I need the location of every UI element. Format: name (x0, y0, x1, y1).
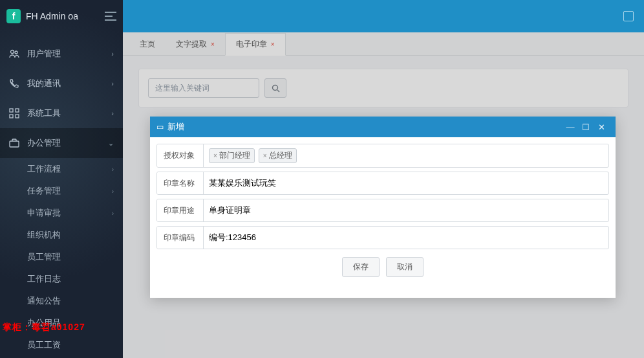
svg-rect-6 (10, 141, 19, 147)
grid-icon (9, 108, 19, 118)
modal-body: 授权对象 ×部门经理 ×总经理 印章名称 印章用途 印章编码 保存 取消 (150, 137, 616, 298)
subnav-item-notice[interactable]: 通知公告 (18, 290, 123, 312)
watermark-text: 掌柜：毒苕a01027 (3, 322, 85, 333)
seal-code-input[interactable] (209, 233, 603, 243)
briefcase-icon (9, 138, 19, 148)
tag-remove-icon[interactable]: × (213, 152, 217, 159)
seal-name-input[interactable] (209, 179, 603, 188)
logo-icon: f (6, 9, 21, 23)
form-label: 印章用途 (157, 199, 204, 221)
svg-rect-3 (16, 109, 19, 112)
auth-tags-field[interactable]: ×部门经理 ×总经理 (204, 144, 608, 167)
maximize-button[interactable]: ☐ (578, 119, 594, 135)
chevron-right-icon: › (111, 80, 114, 87)
modal-new: ▭ 新增 — ☐ ✕ 授权对象 ×部门经理 ×总经理 印章名称 印章用途 印章编… (150, 117, 616, 298)
fullscreen-icon[interactable] (623, 11, 634, 21)
nav: 用户管理 › 我的通讯 › 系统工具 › 办公管理 ⌄ 工作流程› 任务管理› … (0, 39, 123, 356)
chevron-right-icon: › (112, 188, 114, 195)
form-label: 印章编码 (157, 227, 204, 249)
nav-item-users[interactable]: 用户管理 › (0, 39, 123, 69)
nav-label: 系统工具 (27, 107, 103, 119)
subnav-item-workflow[interactable]: 工作流程› (18, 158, 123, 180)
tag-general-manager[interactable]: ×总经理 (259, 148, 297, 163)
nav-label: 办公管理 (27, 137, 100, 149)
save-button[interactable]: 保存 (342, 257, 380, 277)
form-label: 授权对象 (157, 144, 204, 167)
cancel-button[interactable]: 取消 (386, 257, 424, 277)
form-label: 印章名称 (157, 172, 204, 194)
nav-item-contacts[interactable]: 我的通讯 › (0, 69, 123, 98)
menu-toggle-icon[interactable] (105, 12, 116, 21)
close-button[interactable]: ✕ (594, 119, 609, 135)
form-row-code: 印章编码 (156, 226, 609, 249)
svg-point-1 (15, 51, 17, 54)
tag-remove-icon[interactable]: × (263, 152, 267, 159)
subnav-item-salary[interactable]: 员工工资 (18, 334, 123, 356)
sidebar-header: f FH Admin oa (0, 0, 123, 32)
nav-item-office[interactable]: 办公管理 ⌄ (0, 128, 123, 158)
chevron-right-icon: › (112, 166, 114, 173)
form-row-name: 印章名称 (156, 172, 609, 195)
subnav-item-tasks[interactable]: 任务管理› (18, 180, 123, 202)
phone-icon (9, 78, 19, 89)
chevron-right-icon: › (111, 109, 114, 117)
modal-header[interactable]: ▭ 新增 — ☐ ✕ (150, 117, 616, 137)
form-row-purpose: 印章用途 (156, 199, 609, 222)
nav-label: 我的通讯 (27, 78, 103, 89)
topbar (123, 0, 644, 32)
modal-footer: 保存 取消 (156, 253, 609, 286)
svg-rect-5 (16, 115, 19, 118)
subnav-item-staff[interactable]: 员工管理 (18, 246, 123, 268)
subnav-item-log[interactable]: 工作日志 (18, 268, 123, 290)
subnav-item-org[interactable]: 组织机构 (18, 224, 123, 246)
users-icon (9, 49, 19, 59)
brand-name: FH Admin oa (26, 11, 100, 21)
minimize-button[interactable]: — (563, 119, 578, 135)
sidebar: f FH Admin oa 用户管理 › 我的通讯 › 系统工具 › 办公管理 … (0, 0, 123, 358)
form-row-auth: 授权对象 ×部门经理 ×总经理 (156, 144, 609, 168)
seal-purpose-input[interactable] (209, 206, 603, 216)
svg-point-0 (11, 50, 14, 54)
chevron-right-icon: › (112, 210, 114, 217)
tag-dept-manager[interactable]: ×部门经理 (209, 148, 255, 163)
nav-label: 用户管理 (27, 48, 103, 60)
chevron-down-icon: ⌄ (108, 139, 114, 148)
subnav-item-approval[interactable]: 申请审批› (18, 202, 123, 224)
modal-title: 新增 (167, 121, 563, 133)
window-icon: ▭ (156, 122, 164, 131)
chevron-right-icon: › (111, 50, 114, 58)
nav-item-tools[interactable]: 系统工具 › (0, 98, 123, 128)
svg-rect-4 (10, 115, 13, 118)
svg-rect-2 (10, 109, 13, 112)
